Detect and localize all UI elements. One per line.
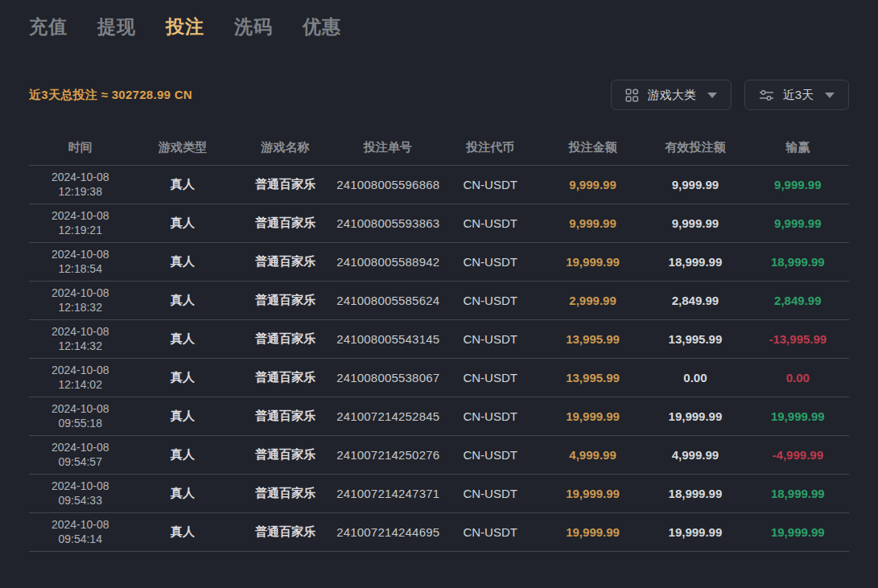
cell-valid: 9,999.99 <box>644 204 746 242</box>
bet-time: 09:54:57 <box>29 454 131 469</box>
cell-type: 真人 <box>131 165 233 204</box>
cell-type: 真人 <box>131 319 233 358</box>
top-nav: 充值 提现 投注 洗码 优惠 <box>29 11 849 39</box>
date-range-dropdown[interactable]: 近3天 <box>744 80 849 110</box>
table-row: 2024-10-0812:19:38真人普通百家乐241008005596868… <box>29 165 849 204</box>
bet-time: 12:14:02 <box>29 377 131 392</box>
game-category-dropdown[interactable]: 游戏大类 <box>611 80 732 110</box>
bet-date: 2024-10-08 <box>29 324 131 339</box>
column-header: 投注代币 <box>439 131 542 165</box>
cell-bet: 9,999.99 <box>542 204 644 242</box>
cell-bet: 13,995.99 <box>542 319 644 358</box>
cell-order: 241007214252845 <box>336 397 439 435</box>
table-body: 2024-10-0812:19:38真人普通百家乐241008005596868… <box>29 165 849 551</box>
cell-token: CN-USDT <box>439 319 542 358</box>
table-row: 2024-10-0812:14:32真人普通百家乐241008005543145… <box>29 319 849 358</box>
cell-bet: 19,999.99 <box>542 242 644 281</box>
bet-date: 2024-10-08 <box>29 247 131 261</box>
cell-name: 普通百家乐 <box>234 165 336 204</box>
cell-time: 2024-10-0812:18:32 <box>29 281 131 319</box>
bet-date: 2024-10-08 <box>29 479 131 493</box>
cell-order: 241007214244695 <box>336 512 439 551</box>
cell-bet: 2,999.99 <box>542 281 644 319</box>
cell-time: 2024-10-0809:54:57 <box>29 435 131 474</box>
tab-rebate[interactable]: 洗码 <box>234 14 273 39</box>
cell-bet: 19,999.99 <box>542 512 644 551</box>
cell-valid: 13,995.99 <box>644 319 746 358</box>
cell-token: CN-USDT <box>439 435 542 474</box>
total-bet-summary: 近3天总投注 ≈ 302728.99 CN <box>29 88 192 103</box>
cell-win: 18,999.99 <box>747 242 849 281</box>
bet-date: 2024-10-08 <box>29 170 131 184</box>
tab-withdraw[interactable]: 提现 <box>97 14 136 39</box>
page: 充值 提现 投注 洗码 优惠 近3天总投注 ≈ 302728.99 CN <box>0 0 878 552</box>
cell-type: 真人 <box>131 358 233 397</box>
cell-order: 241008005538067 <box>336 358 439 397</box>
summary-row: 近3天总投注 ≈ 302728.99 CN 游戏大类 <box>29 80 849 110</box>
game-category-label: 游戏大类 <box>648 88 696 103</box>
cell-bet: 19,999.99 <box>542 474 644 512</box>
table-row: 2024-10-0812:14:02真人普通百家乐241008005538067… <box>29 358 849 397</box>
cell-type: 真人 <box>131 474 233 512</box>
table-row: 2024-10-0809:54:33真人普通百家乐241007214247371… <box>29 474 849 512</box>
column-header: 有效投注额 <box>644 131 746 165</box>
cell-order: 241008005593863 <box>336 204 439 242</box>
tab-promotions[interactable]: 优惠 <box>303 14 341 39</box>
table-row: 2024-10-0812:18:32真人普通百家乐241008005585624… <box>29 281 849 319</box>
grid-category-icon <box>625 88 639 102</box>
cell-win: 19,999.99 <box>747 512 849 551</box>
cell-name: 普通百家乐 <box>234 358 336 397</box>
cell-token: CN-USDT <box>439 512 542 551</box>
bet-time: 12:18:32 <box>29 300 131 315</box>
cell-time: 2024-10-0809:55:18 <box>29 397 131 435</box>
cell-time: 2024-10-0809:54:14 <box>29 512 131 551</box>
cell-win: 18,999.99 <box>747 474 849 512</box>
column-header: 投注单号 <box>336 131 439 165</box>
cell-bet: 4,999.99 <box>542 435 644 474</box>
cell-name: 普通百家乐 <box>234 204 336 242</box>
cell-name: 普通百家乐 <box>234 281 336 319</box>
column-header: 时间 <box>29 131 131 165</box>
cell-time: 2024-10-0812:14:32 <box>29 319 131 358</box>
table-header-row: 时间游戏类型游戏名称投注单号投注代币投注金额有效投注额输赢 <box>29 131 849 165</box>
cell-type: 真人 <box>131 242 233 281</box>
bet-date: 2024-10-08 <box>29 401 131 416</box>
cell-name: 普通百家乐 <box>234 474 336 512</box>
cell-order: 241008005588942 <box>336 242 439 281</box>
cell-name: 普通百家乐 <box>234 319 336 358</box>
cell-win: -13,995.99 <box>747 319 849 358</box>
bet-time: 12:18:54 <box>29 261 131 276</box>
cell-type: 真人 <box>131 512 233 551</box>
filter-group: 游戏大类 近3天 <box>611 80 849 110</box>
cell-win: 2,849.99 <box>747 281 849 319</box>
cell-token: CN-USDT <box>439 474 542 512</box>
bet-time: 09:54:33 <box>29 493 131 508</box>
cell-token: CN-USDT <box>439 397 542 435</box>
bet-time: 12:19:38 <box>29 184 131 199</box>
cell-type: 真人 <box>131 397 233 435</box>
cell-order: 241008005585624 <box>336 281 439 319</box>
bet-time: 09:55:18 <box>29 416 131 430</box>
table-row: 2024-10-0812:18:54真人普通百家乐241008005588942… <box>29 242 849 281</box>
cell-token: CN-USDT <box>439 242 542 281</box>
cell-order: 241008005596868 <box>336 165 439 204</box>
bet-date: 2024-10-08 <box>29 363 131 377</box>
tab-bets[interactable]: 投注 <box>166 14 204 39</box>
cell-valid: 0.00 <box>644 358 746 397</box>
table-row: 2024-10-0809:55:18真人普通百家乐241007214252845… <box>29 397 849 435</box>
summary-label: 近3天总投注 <box>29 88 97 101</box>
cell-name: 普通百家乐 <box>234 397 336 435</box>
cell-bet: 9,999.99 <box>542 165 644 204</box>
summary-value: 302728.99 CN <box>112 88 192 101</box>
tab-deposit[interactable]: 充值 <box>29 14 68 39</box>
cell-valid: 9,999.99 <box>644 165 746 204</box>
cell-win: -4,999.99 <box>747 435 849 474</box>
bet-date: 2024-10-08 <box>29 286 131 300</box>
bet-records-table: 时间游戏类型游戏名称投注单号投注代币投注金额有效投注额输赢 2024-10-08… <box>29 131 849 552</box>
bet-time: 09:54:14 <box>29 532 131 546</box>
cell-token: CN-USDT <box>439 358 542 397</box>
cell-token: CN-USDT <box>439 204 542 242</box>
cell-valid: 19,999.99 <box>644 397 746 435</box>
cell-win: 9,999.99 <box>747 204 849 242</box>
cell-type: 真人 <box>131 204 233 242</box>
